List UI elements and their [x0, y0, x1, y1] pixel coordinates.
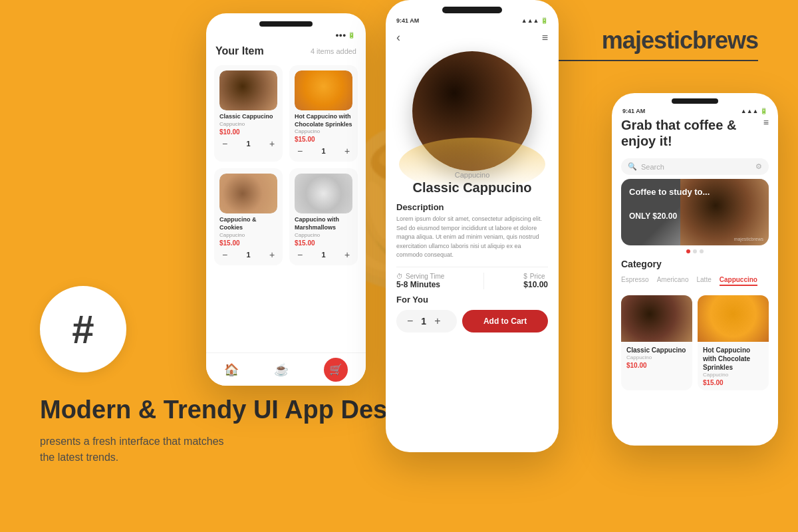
detail-qty-plus[interactable]: + [434, 315, 440, 327]
detail-qty-minus[interactable]: − [407, 315, 413, 327]
product-cat-1: Cappucino [626, 354, 687, 360]
cart-item-qty-2: − 1 + [295, 146, 352, 156]
detail-desc-title: Description [396, 202, 548, 212]
cart-item-name-3: Cappucino & Cookies [219, 216, 277, 231]
price-meta: $ Price $10.00 [523, 273, 548, 289]
cart-item-1: Classic Cappucino Cappucino $10.00 − 1 + [214, 65, 283, 162]
detail-category: Cappucino [396, 171, 548, 179]
detail-qty-control: − 1 + [396, 310, 457, 332]
detail-title: Classic Cappucino [396, 180, 548, 196]
qty-val-2: 1 [321, 147, 325, 155]
phone1-status-bar: ●●● 🔋 [206, 32, 366, 41]
hash-symbol: # [72, 307, 94, 352]
home-nav-icon[interactable]: 🏠 [224, 362, 239, 377]
for-you-section: For You − 1 + Add to Cart [386, 289, 559, 338]
cart-item-qty-1: − 1 + [219, 138, 277, 149]
qty-plus-2[interactable]: + [342, 146, 352, 156]
home-title: Grab that coffee & enjoy it! [621, 117, 763, 149]
phone3-time: 9:41 AM [622, 108, 645, 114]
qty-plus-4[interactable]: + [342, 249, 352, 260]
phone-home: 9:41 AM ▲▲▲ 🔋 Grab that coffee & enjoy i… [612, 93, 778, 446]
cart-item-price-1: $10.00 [219, 128, 277, 136]
product-card-2: Hot Cappucino with Chocolate Sprinkles C… [698, 295, 769, 390]
qty-val-3: 1 [246, 251, 250, 259]
search-bar[interactable]: 🔍 Search ⚙ [621, 158, 769, 175]
cart-item-img-3 [219, 174, 277, 213]
product-price-1: $10.00 [626, 362, 687, 369]
cat-tab-espresso[interactable]: Espresso [621, 275, 649, 286]
cart-item-cat-4: Cappucino [295, 232, 352, 238]
cart-nav-icon[interactable]: 🛒 [324, 358, 348, 382]
cat-tab-americano[interactable]: Americano [657, 275, 689, 286]
page-title: Modern & Trendy UI App Design [40, 395, 425, 426]
cart-header: Your Item 4 items added [206, 41, 366, 61]
promo-text: Coffee to study to... ONLY $20.00 [629, 187, 710, 221]
filter-icon[interactable]: ⚙ [755, 162, 762, 171]
product-name-2: Hot Cappucino with Chocolate Sprinkles [703, 346, 763, 372]
phone2-status-bar: 9:41 AM ▲▲▲ 🔋 [386, 17, 559, 27]
phone-cart: ●●● 🔋 Your Item 4 items added Classic Ca… [206, 13, 366, 386]
category-tabs: Espresso Americano Latte Cappuccino [621, 275, 769, 286]
cart-item-name-4: Cappucino with Marshmallows [295, 216, 352, 231]
cart-title: Your Item [215, 45, 264, 57]
cart-item-img-2 [295, 70, 352, 110]
phone2-notch [442, 7, 502, 13]
cart-item-cat-1: Cappucino [219, 121, 277, 127]
serving-label: Serving Time [406, 273, 444, 280]
qty-minus-3[interactable]: − [219, 249, 230, 260]
serving-meta: ⏱ Serving Time 5-8 Minutes [396, 273, 444, 289]
qty-minus-1[interactable]: − [219, 138, 230, 149]
cart-bottom-nav: 🏠 ☕ 🛒 [206, 352, 366, 386]
cat-tab-latte[interactable]: Latte [697, 275, 712, 286]
cart-item-name-1: Classic Cappucino [219, 113, 277, 121]
qty-plus-1[interactable]: + [267, 138, 277, 149]
dot-2 [693, 249, 697, 253]
hash-circle: # [40, 286, 126, 372]
phone1-notch [259, 21, 313, 27]
coffee-nav-icon[interactable]: ☕ [274, 362, 289, 377]
cart-item-2: Hot Cappucino with Chocolate Sprinkles C… [289, 65, 358, 162]
cart-items-grid: Classic Cappucino Cappucino $10.00 − 1 +… [206, 61, 366, 269]
home-menu-icon[interactable]: ≡ [763, 117, 769, 128]
cart-item-img-1 [219, 70, 277, 110]
home-header: Grab that coffee & enjoy it! ≡ [612, 117, 778, 154]
phone2-time: 9:41 AM [396, 17, 419, 24]
detail-qty-val: 1 [421, 316, 426, 327]
serving-value: 5-8 Minutes [396, 280, 444, 289]
detail-meta: ⏱ Serving Time 5-8 Minutes $ Price $10.0… [396, 267, 548, 289]
cart-item-img-4 [295, 174, 352, 213]
cart-item-name-2: Hot Cappucino with Chocolate Sprinkles [295, 113, 352, 128]
for-you-title: For You [396, 295, 548, 305]
qty-plus-3[interactable]: + [267, 249, 277, 260]
product-img-1 [621, 295, 692, 342]
cart-item-qty-3: − 1 + [219, 249, 277, 260]
qty-val-1: 1 [246, 140, 250, 148]
promo-price: ONLY $20.00 [629, 211, 710, 221]
qty-minus-4[interactable]: − [295, 249, 305, 260]
phone3-status-bar: 9:41 AM ▲▲▲ 🔋 [612, 108, 778, 117]
qty-minus-2[interactable]: − [295, 146, 305, 156]
detail-back-row: ‹ ≡ [386, 27, 559, 45]
add-to-cart-button[interactable]: Add to Cart [462, 310, 548, 332]
page-subtitle: presents a fresh interface that matches … [40, 434, 239, 466]
price-label: Price [530, 273, 545, 280]
promo-brand-watermark: majesticbrews [734, 237, 763, 241]
promo-banner: Coffee to study to... ONLY $20.00 majest… [621, 179, 769, 245]
cart-item-cat-3: Cappucino [219, 232, 277, 238]
cart-item-price-3: $15.00 [219, 239, 277, 247]
product-img-2 [698, 295, 769, 342]
price-value: $10.00 [523, 280, 548, 289]
detail-menu-icon[interactable]: ≡ [542, 32, 548, 44]
brand-underline [559, 60, 758, 61]
search-icon: 🔍 [628, 162, 637, 171]
phone3-notch [672, 98, 718, 104]
dot-1 [686, 249, 690, 253]
product-grid: Classic Cappucino Cappucino $10.00 Hot C… [612, 295, 778, 390]
cat-tab-cappuccino[interactable]: Cappuccino [720, 275, 757, 286]
cart-item-price-2: $15.00 [295, 136, 352, 143]
product-name-1: Classic Cappucino [626, 346, 687, 354]
for-you-controls: − 1 + Add to Cart [396, 310, 548, 332]
cart-item-qty-4: − 1 + [295, 249, 352, 260]
detail-desc-text: Lorem ipsum dolor sit amet, consectetur … [396, 215, 548, 260]
back-button[interactable]: ‹ [396, 31, 400, 45]
